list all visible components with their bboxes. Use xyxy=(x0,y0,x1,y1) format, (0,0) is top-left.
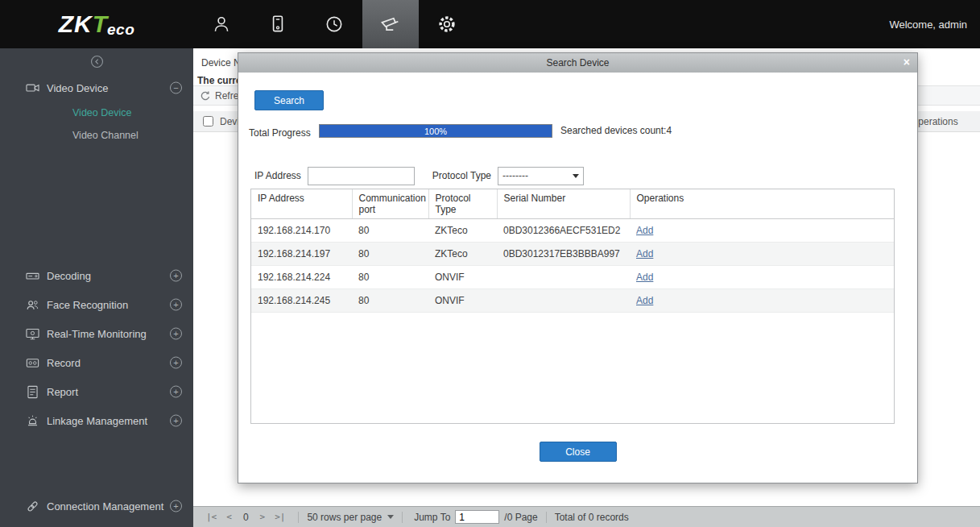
sidebar-item-linkage-management[interactable]: Linkage Management + xyxy=(0,406,193,435)
add-device-link[interactable]: Add xyxy=(636,225,653,236)
progress-bar: 100% xyxy=(319,124,552,138)
zkteco-logo: ZK T eco xyxy=(0,0,193,48)
user-icon xyxy=(211,14,232,35)
modal-title-bar: Search Device × xyxy=(238,53,917,73)
chevron-down-icon xyxy=(573,174,579,178)
protocol-type-select[interactable]: -------- xyxy=(498,167,584,185)
decoder-icon xyxy=(24,268,40,284)
sidebar-item-video-device-group[interactable]: Video Device − xyxy=(0,74,193,102)
search-button[interactable]: Search xyxy=(254,90,324,110)
prev-page-button[interactable]: < xyxy=(226,512,232,522)
protocol-type-value: -------- xyxy=(502,170,528,181)
add-device-link[interactable]: Add xyxy=(636,295,653,306)
add-device-link[interactable]: Add xyxy=(636,248,653,259)
expand-plus-icon[interactable]: + xyxy=(170,328,182,340)
pagination-bar: |< < 0 > >| 50 rows per page Jump To /0 … xyxy=(193,506,980,527)
sidebar-collapse-button[interactable] xyxy=(0,48,193,74)
ip-address-label: IP Address xyxy=(254,170,301,181)
results-header-row: IP Address Communication port Protocol T… xyxy=(251,189,894,219)
camera-icon xyxy=(379,13,402,35)
ip-address-input[interactable] xyxy=(308,167,415,185)
modal-filter-row: IP Address Protocol Type -------- xyxy=(254,166,584,185)
settings-nav-button[interactable] xyxy=(419,0,475,48)
sidebar-gap xyxy=(0,147,193,261)
jump-to-input[interactable] xyxy=(455,510,499,524)
search-results-table: IP Address Communication port Protocol T… xyxy=(250,189,895,424)
clock-icon xyxy=(324,14,345,35)
searched-devices-count: Searched devices count:4 xyxy=(560,125,672,136)
next-page-button[interactable]: > xyxy=(260,512,266,522)
select-all-checkbox[interactable] xyxy=(203,116,213,127)
sidebar-item-decoding[interactable]: Decoding + xyxy=(0,261,193,290)
expand-plus-icon[interactable]: + xyxy=(170,270,182,282)
chevron-left-circle-icon xyxy=(89,54,105,69)
first-page-button[interactable]: |< xyxy=(206,512,217,522)
sidebar-item-record[interactable]: Record + xyxy=(0,348,193,377)
attendance-nav-button[interactable] xyxy=(306,0,362,48)
col-ip-address: IP Address xyxy=(251,189,352,219)
video-nav-button[interactable] xyxy=(362,0,419,48)
cell-protocol: ONVIF xyxy=(428,289,497,313)
close-icon[interactable]: × xyxy=(904,56,910,69)
sidebar-item-label: Decoding xyxy=(47,270,91,282)
refresh-icon[interactable] xyxy=(200,90,211,102)
sidebar-item-connection-management[interactable]: Connection Management + xyxy=(0,492,193,521)
table-row: 192.168.214.170 80 ZKTeco 0BD3012366AECF… xyxy=(251,219,894,243)
logo-zk: ZK xyxy=(59,10,93,38)
expand-plus-icon[interactable]: + xyxy=(170,386,182,398)
faces-icon xyxy=(24,297,40,313)
expand-plus-icon[interactable]: + xyxy=(170,415,182,427)
sidebar: Video Device − Video Device Video Channe… xyxy=(0,48,193,527)
rows-per-page-label: 50 rows per page xyxy=(307,512,382,523)
rows-per-page-select[interactable]: 50 rows per page xyxy=(307,512,394,523)
sidebar-item-face-recognition[interactable]: Face Recognition + xyxy=(0,290,193,319)
device-icon xyxy=(267,14,288,35)
topbar-nav xyxy=(193,0,475,48)
pagination-divider xyxy=(402,512,403,523)
gear-icon xyxy=(436,14,457,35)
cell-ip: 192.168.214.224 xyxy=(251,266,352,289)
close-button[interactable]: Close xyxy=(540,442,617,462)
expand-plus-icon[interactable]: + xyxy=(170,357,182,369)
personnel-nav-button[interactable] xyxy=(193,0,250,48)
access-device-nav-button[interactable] xyxy=(250,0,306,48)
cell-protocol: ONVIF xyxy=(428,266,497,289)
sidebar-item-report[interactable]: Report + xyxy=(0,377,193,406)
sidebar-item-video-device[interactable]: Video Device xyxy=(0,102,193,124)
search-device-modal: Search Device × Search Total Progress 10… xyxy=(238,52,918,483)
col-operations: Operations xyxy=(630,189,894,219)
sidebar-item-label: Real-Time Monitoring xyxy=(47,328,147,340)
cell-protocol: ZKTeco xyxy=(428,243,497,266)
collapse-minus-icon[interactable]: − xyxy=(170,82,182,94)
record-icon xyxy=(24,355,40,371)
sidebar-item-real-time-monitoring[interactable]: Real-Time Monitoring + xyxy=(0,319,193,348)
cell-port: 80 xyxy=(352,266,428,289)
report-icon xyxy=(24,384,40,400)
table-row: 192.168.214.245 80 ONVIF Add xyxy=(251,289,894,313)
pagination-divider xyxy=(298,512,299,523)
welcome-user[interactable]: Welcome, admin xyxy=(889,0,967,48)
sidebar-item-video-channel[interactable]: Video Channel xyxy=(0,124,193,147)
cell-ip: 192.168.214.170 xyxy=(251,219,352,243)
current-page-number: 0 xyxy=(243,512,249,523)
page-total-text: /0 Page xyxy=(504,512,537,523)
cell-serial: 0BD3012317EB3BBBA997 xyxy=(497,243,630,266)
sidebar-item-label: Face Recognition xyxy=(47,299,128,311)
total-progress-label: Total Progress xyxy=(249,127,311,139)
expand-plus-icon[interactable]: + xyxy=(170,299,182,311)
expand-plus-icon[interactable]: + xyxy=(170,500,182,512)
cell-protocol: ZKTeco xyxy=(428,219,497,243)
last-page-button[interactable]: >| xyxy=(275,512,285,522)
progress-fill: 100% xyxy=(320,125,552,137)
topbar: ZK T eco xyxy=(0,0,980,48)
chevron-down-icon xyxy=(387,515,394,519)
sidebar-spacer xyxy=(0,435,193,492)
sidebar-subitem-label: Video Device xyxy=(72,107,131,118)
app: ZK T eco xyxy=(0,0,980,527)
cell-ip: 192.168.214.245 xyxy=(251,289,352,313)
col-communication-port: Communication port xyxy=(352,189,428,219)
add-device-link[interactable]: Add xyxy=(636,272,653,283)
pagination-divider xyxy=(546,512,547,523)
sidebar-item-label: Connection Management xyxy=(47,500,163,512)
progress-percent-text: 100% xyxy=(424,127,447,136)
